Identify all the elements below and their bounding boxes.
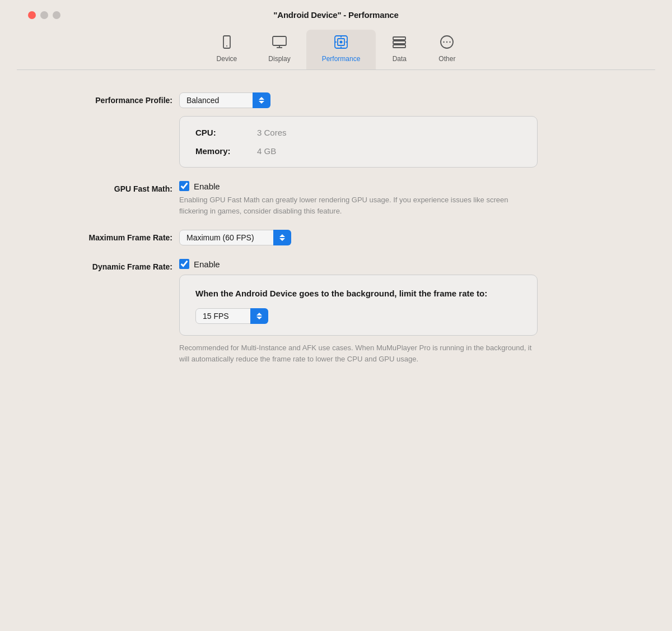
dynamic-frame-rate-checkbox[interactable] — [179, 259, 189, 269]
gpu-fast-math-checkbox[interactable] — [179, 181, 189, 191]
fps-select-wrapper: 15 FPS 30 FPS 5 FPS — [195, 308, 268, 324]
frame-rate-box: When the Android Device goes to the back… — [179, 275, 538, 336]
dynamic-frame-rate-checkbox-row: Enable — [179, 259, 622, 269]
performance-profile-control: Balanced High Performance Power Saving C… — [179, 92, 622, 168]
performance-profile-select[interactable]: Balanced High Performance Power Saving — [179, 92, 270, 108]
performance-profile-select-wrapper: Balanced High Performance Power Saving — [179, 92, 270, 108]
svg-point-17 — [446, 41, 447, 43]
fps-select[interactable]: 15 FPS 30 FPS 5 FPS — [195, 308, 268, 324]
content-area: Performance Profile: Balanced High Perfo… — [17, 70, 655, 401]
svg-rect-2 — [273, 36, 286, 45]
tab-other[interactable]: Other — [423, 30, 471, 69]
cpu-label: CPU: — [195, 128, 257, 137]
tab-other-label: Other — [438, 55, 455, 63]
main-window: "Android Device" - Performance Device — [17, 0, 655, 401]
memory-label: Memory: — [195, 146, 257, 156]
svg-rect-13 — [393, 41, 405, 44]
performance-icon — [333, 34, 349, 52]
dynamic-frame-rate-control: Enable When the Android Device goes to t… — [179, 259, 622, 365]
max-frame-rate-label: Maximum Frame Rate: — [50, 230, 179, 242]
minimize-button[interactable] — [40, 11, 48, 19]
frame-box-title: When the Android Device goes to the back… — [195, 287, 521, 299]
display-icon — [272, 34, 287, 52]
tab-bar: Device Display — [17, 25, 655, 70]
max-frame-rate-select-wrapper: Maximum (60 FPS) 30 FPS 45 FPS 120 FPS — [179, 230, 291, 245]
gpu-fast-math-label: GPU Fast Math: — [50, 181, 179, 193]
tab-display-label: Display — [268, 55, 290, 63]
dynamic-frame-rate-label: Dynamic Frame Rate: — [50, 259, 179, 271]
cpu-value: 3 Cores — [257, 128, 287, 137]
title-bar: "Android Device" - Performance — [17, 0, 655, 25]
gpu-fast-math-checkbox-row: Enable — [179, 181, 622, 191]
tab-performance-label: Performance — [322, 55, 361, 63]
frame-rate-footer: Recommended for Multi-Instance and AFK u… — [179, 342, 538, 365]
dynamic-frame-rate-row: Dynamic Frame Rate: Enable When the Andr… — [50, 259, 622, 365]
max-frame-rate-select[interactable]: Maximum (60 FPS) 30 FPS 45 FPS 120 FPS — [179, 230, 291, 245]
gpu-fast-math-enable-label: Enable — [194, 182, 220, 191]
svg-point-16 — [444, 41, 445, 43]
gpu-fast-math-row: GPU Fast Math: Enable Enabling GPU Fast … — [50, 181, 622, 216]
svg-point-18 — [450, 41, 451, 43]
maximize-button[interactable] — [53, 11, 60, 19]
dynamic-frame-rate-enable-label: Enable — [194, 259, 220, 269]
tab-device-label: Device — [217, 55, 237, 63]
svg-point-11 — [340, 41, 343, 44]
memory-value: 4 GB — [257, 146, 276, 156]
device-icon — [219, 34, 235, 52]
memory-row: Memory: 4 GB — [195, 146, 521, 156]
cpu-row: CPU: 3 Cores — [195, 128, 521, 137]
max-frame-rate-row: Maximum Frame Rate: Maximum (60 FPS) 30 … — [50, 230, 622, 245]
max-frame-rate-control: Maximum (60 FPS) 30 FPS 45 FPS 120 FPS — [179, 230, 622, 245]
tab-device[interactable]: Device — [201, 30, 253, 69]
tab-data-label: Data — [393, 55, 407, 63]
close-button[interactable] — [28, 11, 36, 19]
tab-performance[interactable]: Performance — [306, 30, 376, 69]
traffic-lights — [28, 11, 60, 19]
gpu-fast-math-control: Enable Enabling GPU Fast Math can greatl… — [179, 181, 622, 216]
tab-display[interactable]: Display — [253, 30, 306, 69]
performance-profile-label: Performance Profile: — [50, 92, 179, 105]
other-icon — [439, 34, 455, 52]
performance-profile-row: Performance Profile: Balanced High Perfo… — [50, 92, 622, 168]
window-title: "Android Device" - Performance — [273, 10, 398, 20]
profile-info-box: CPU: 3 Cores Memory: 4 GB — [179, 116, 538, 168]
svg-point-1 — [226, 45, 227, 47]
tab-data[interactable]: Data — [376, 30, 423, 69]
svg-rect-14 — [393, 45, 405, 48]
svg-rect-12 — [393, 37, 405, 40]
gpu-fast-math-description: Enabling GPU Fast Math can greatly lower… — [179, 194, 526, 216]
data-icon — [391, 34, 407, 52]
